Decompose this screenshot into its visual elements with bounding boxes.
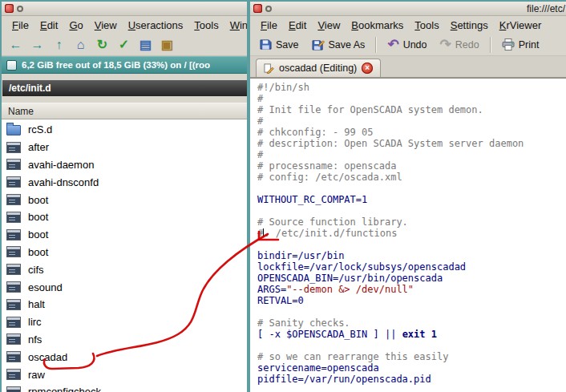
menu-item-edit[interactable]: Edit <box>283 18 312 33</box>
back-icon[interactable]: ← <box>6 36 26 54</box>
forward-icon[interactable]: → <box>27 36 47 54</box>
file-name: boot <box>28 211 48 223</box>
script-icon <box>6 264 21 275</box>
toolbar-button-label: Redo <box>455 39 479 51</box>
file-list[interactable]: rcS.dafteravahi-daemonavahi-dnsconfdboot… <box>2 119 268 392</box>
home-icon[interactable]: ⌂ <box>71 36 91 54</box>
folder-icon <box>6 125 21 135</box>
file-row-boot[interactable]: boot <box>2 244 268 261</box>
file-row-rcs-d[interactable]: rcS.d <box>2 121 268 139</box>
code-segment: # Init file for OpenSCADA system demon. <box>257 104 483 115</box>
file-name: nfs <box>28 333 42 346</box>
file-row-halt[interactable]: halt <box>2 296 268 313</box>
menu-item-file[interactable]: File <box>6 18 34 33</box>
save-as-button[interactable]: Save As <box>306 37 371 52</box>
script-icon <box>6 333 21 345</box>
file-row-boot[interactable]: boot <box>2 208 268 226</box>
file-row-avahi-daemon[interactable]: avahi-daemon <box>2 156 268 174</box>
editor-line: RETVAL=0 <box>257 295 566 306</box>
menu-item-file[interactable]: File <box>255 18 283 33</box>
script-icon <box>6 351 21 362</box>
clipboard-icon[interactable]: ▣ <box>157 36 177 54</box>
menu-item-edit[interactable]: Edit <box>34 18 63 33</box>
up-icon[interactable]: ↑ <box>49 36 69 54</box>
print-button[interactable]: Print <box>496 37 545 52</box>
editor-line: # <box>257 93 566 104</box>
disk-free-text: 6,2 GiB free out of 18,5 GiB (33%) on / … <box>22 60 210 70</box>
code-segment: servicename=openscada <box>257 362 379 374</box>
menu-item-useractions[interactable]: Useractions <box>123 18 189 33</box>
editor-line: bindir=/usr/bin <box>257 250 566 261</box>
editor-line: #!/bin/sh <box>257 82 566 93</box>
editor-line: ARGS="--demon &> /dev/null" <box>257 284 566 295</box>
code-segment: exit 1 <box>402 329 437 340</box>
file-row-rpmconfigcheck[interactable]: rpmconfigcheck <box>2 383 268 392</box>
sticky-icon[interactable] <box>17 6 23 12</box>
toolbar-button-label: Undo <box>403 39 427 51</box>
code-segment: # so we can rearrange this easily <box>257 351 448 362</box>
file-row-after[interactable]: after <box>2 139 268 156</box>
menu-item-bookmarks[interactable]: Bookmarks <box>346 18 409 33</box>
file-name: cifs <box>28 264 44 276</box>
editor-line <box>257 340 566 351</box>
file-row-boot[interactable]: boot <box>2 226 268 244</box>
script-icon <box>6 299 21 310</box>
menu-item-go[interactable]: Go <box>63 18 88 33</box>
toolbar-separator <box>490 37 491 53</box>
menu-item-settings[interactable]: Settings <box>445 18 494 33</box>
editor-line: # chkconfig: - 99 05 <box>257 127 566 138</box>
toolbar-button-label: Save <box>276 39 299 51</box>
file-row-boot[interactable]: boot <box>2 191 268 208</box>
code-segment: OPENSCADA_BIN=/usr/bin/openscada <box>257 273 443 284</box>
copy-icon[interactable]: ▤ <box>135 36 156 54</box>
apply-icon[interactable]: ✓ <box>114 36 134 54</box>
script-icon <box>6 229 21 240</box>
file-manager-titlebar[interactable] <box>2 2 268 16</box>
script-icon <box>6 369 21 380</box>
menu-item-tools[interactable]: Tools <box>188 18 224 33</box>
file-row-avahi-dnsconfd[interactable]: avahi-dnsconfd <box>2 173 268 191</box>
menu-item-view[interactable]: View <box>312 18 346 33</box>
current-path-bar[interactable]: /etc/init.d <box>2 80 267 96</box>
editor-textarea[interactable]: #!/bin/sh## Init file for OpenSCADA syst… <box>250 78 566 392</box>
code-segment: pidfile=/var/run/openscada.pid <box>257 374 431 385</box>
file-row-nfs[interactable]: nfs <box>2 331 268 349</box>
editor-line: [ -x $OPENSCADA_BIN ] || exit 1 <box>257 329 566 340</box>
save-button[interactable]: Save <box>254 37 305 52</box>
editor-line: # <box>257 149 566 160</box>
krviewer-titlebar[interactable]: file:///etc/ <box>250 2 566 16</box>
code-segment: "--demon &> /dev/null" <box>286 284 414 295</box>
undo-icon: ↶ <box>387 38 398 51</box>
krviewer-menubar: FileEditViewBookmarksToolsSettingsKrView… <box>250 16 566 34</box>
file-row-oscadad[interactable]: oscadad <box>2 348 268 366</box>
editor-line <box>257 239 566 250</box>
toolbar-separator <box>375 37 377 53</box>
save-as-icon <box>312 38 325 51</box>
toolbar-button-label: Print <box>519 39 540 51</box>
file-row-esound[interactable]: esound <box>2 278 268 296</box>
menu-item-tools[interactable]: Tools <box>409 18 444 33</box>
file-row-raw[interactable]: raw <box>2 366 268 383</box>
code-segment: # <box>257 115 263 127</box>
file-name: lirc <box>28 316 42 328</box>
menu-item-view[interactable]: View <box>89 18 123 33</box>
code-segment: [ -x $OPENSCADA_BIN ] || <box>257 329 402 340</box>
tab-close-icon[interactable] <box>362 63 373 74</box>
menu-item-krviewer[interactable]: KrViewer <box>494 18 548 33</box>
undo-button[interactable]: ↶Undo <box>382 36 432 53</box>
current-path-text: /etc/init.d <box>9 83 51 94</box>
file-row-cifs[interactable]: cifs <box>2 261 268 278</box>
editor-line: OPENSCADA_BIN=/usr/bin/openscada <box>257 273 566 284</box>
code-segment: lockfile=/var/lock/subsys/openscadad <box>257 261 466 273</box>
redo-button[interactable]: ↷Redo <box>435 36 485 53</box>
reload-icon[interactable]: ↻ <box>92 36 112 54</box>
tab-oscadad[interactable]: oscadad (Editing) <box>256 59 381 77</box>
code-segment: # <box>257 228 263 239</box>
tab-label: oscadad (Editing) <box>279 63 357 74</box>
sticky-icon[interactable] <box>265 6 272 12</box>
toolbar-button-label: Save As <box>329 39 366 51</box>
code-segment: # processname: openscada <box>257 160 396 172</box>
editor-line: # Init file for OpenSCADA system demon. <box>257 104 566 115</box>
column-header-name[interactable]: Name <box>2 103 268 119</box>
file-row-lirc[interactable]: lirc <box>2 313 268 331</box>
